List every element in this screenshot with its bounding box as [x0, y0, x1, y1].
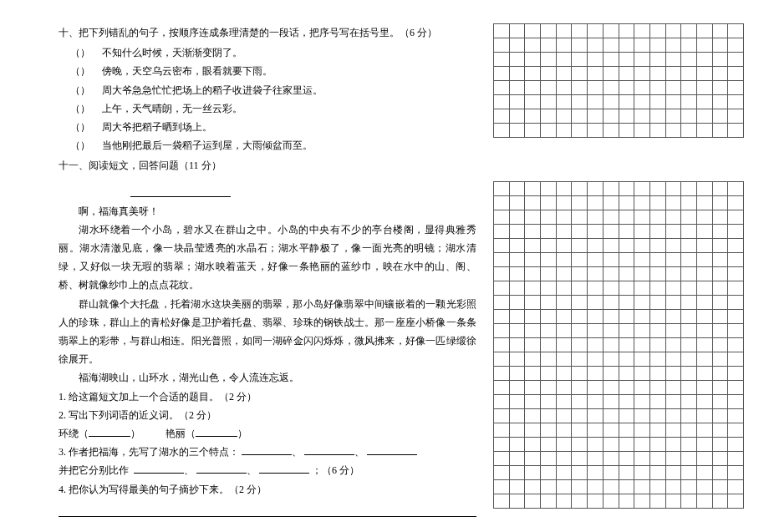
- q10-item: 上午，天气晴朗，无一丝云彩。: [59, 99, 476, 118]
- answer-line[interactable]: [59, 502, 476, 517]
- q11-sub4: 4. 把你认为写得最美的句子摘抄下来。（2 分）: [59, 480, 476, 499]
- q10-item-text: 不知什么时候，天渐渐变阴了。: [102, 47, 242, 58]
- q10-item-text: 周大爷把稻子晒到场上。: [102, 121, 212, 133]
- sep: 、: [354, 446, 364, 458]
- sub3-prefix: 3. 作者把福海，先写了湖水的三个特点：: [59, 446, 239, 458]
- answer-blank[interactable]: [304, 445, 354, 455]
- sub3c: ；（6 分）: [312, 464, 359, 476]
- paren-blank[interactable]: [59, 99, 102, 118]
- q10-item: 不知什么时候，天渐渐变阴了。: [59, 43, 476, 62]
- answer-line[interactable]: [59, 522, 476, 532]
- answer-blank[interactable]: [196, 464, 247, 474]
- sub3b: 并把它分别比作: [59, 464, 129, 476]
- q10-item: 周大爷急急忙忙把场上的稻子收进袋子往家里运。: [59, 81, 476, 99]
- q11-sub2: 2. 写出下列词语的近义词。（2 分）: [59, 406, 476, 424]
- q10-item-text: 周大爷急急忙忙把场上的稻子收进袋子往家里运。: [102, 84, 323, 96]
- q10-item: 傍晚，天空乌云密布，眼看就要下雨。: [59, 62, 476, 80]
- paren-blank[interactable]: [59, 62, 102, 80]
- sep: 、: [247, 464, 257, 476]
- paren-blank[interactable]: [59, 136, 102, 155]
- writing-grid-bottom[interactable]: [493, 181, 744, 509]
- q11-sub1: 1. 给这篇短文加上一个合适的题目。（2 分）: [59, 388, 476, 406]
- q10-item-text: 当他刚把最后一袋稻子运到屋，大雨倾盆而至。: [102, 139, 313, 151]
- q11-heading: 十一、阅读短文，回答问题（11 分）: [59, 156, 476, 175]
- q11-p3: 群山就像个大托盘，托着湖水这块美丽的翡翠，那小岛好像翡翠中间镶嵌着的一颗光彩照人…: [59, 295, 476, 369]
- sub2-label-d: ）: [237, 428, 247, 439]
- q11-sub2-line: 环绕（） 艳丽（）: [59, 424, 476, 443]
- paren-blank[interactable]: [59, 43, 102, 62]
- q11-sub3-line2: 并把它分别比作 、 、 ；（6 分）: [59, 461, 476, 479]
- q11-p2: 湖水环绕着一个小岛，碧水又在群山之中。小岛的中央有不少的亭台楼阁，显得典雅秀丽。…: [59, 220, 476, 295]
- paren-blank[interactable]: [59, 81, 102, 99]
- answer-blank[interactable]: [367, 445, 417, 455]
- sub2-label-b: ）: [130, 428, 140, 439]
- answer-blank[interactable]: [196, 427, 237, 437]
- sep: 、: [292, 446, 302, 458]
- sub2-label-a: 环绕（: [59, 428, 89, 439]
- sep: 、: [184, 464, 194, 476]
- q10-heading: 十、把下列错乱的句子，按顺序连成条理清楚的一段话，把序号写在括号里。（6 分）: [59, 23, 476, 42]
- answer-blank[interactable]: [242, 445, 292, 455]
- q10-item: 周大爷把稻子晒到场上。: [59, 118, 476, 136]
- paren-blank[interactable]: [59, 118, 102, 136]
- q10-item: 当他刚把最后一袋稻子运到屋，大雨倾盆而至。: [59, 136, 476, 155]
- q11-sub3-line1: 3. 作者把福海，先写了湖水的三个特点： 、 、: [59, 443, 476, 461]
- left-column: 十、把下列错乱的句子，按顺序连成条理清楚的一段话，把序号写在括号里。（6 分） …: [59, 23, 493, 509]
- q10-item-text: 傍晚，天空乌云密布，眼看就要下雨。: [102, 65, 272, 77]
- q11-p4: 福海湖映山，山环水，湖光山色，令人流连忘返。: [59, 368, 476, 387]
- answer-blank[interactable]: [89, 427, 130, 437]
- right-column: [493, 23, 744, 509]
- sub2-label-c: 艳丽（: [166, 428, 196, 439]
- title-blank[interactable]: [130, 185, 231, 197]
- q11-p1: 啊，福海真美呀！: [59, 202, 476, 220]
- answer-blank[interactable]: [259, 464, 309, 474]
- answer-blank[interactable]: [134, 464, 184, 474]
- writing-grid-top[interactable]: [493, 23, 744, 138]
- q10-item-text: 上午，天气晴朗，无一丝云彩。: [102, 103, 242, 114]
